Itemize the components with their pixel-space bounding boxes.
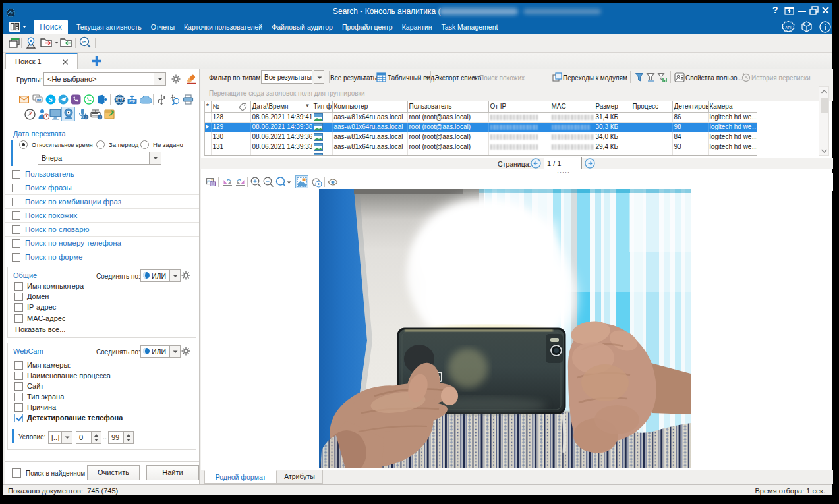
svg-text:IM: IM <box>37 98 42 102</box>
svg-text:HTTP: HTTP <box>116 98 124 101</box>
svg-text:ID: ID <box>82 40 87 44</box>
svg-text:FTP: FTP <box>129 100 135 103</box>
svg-text:S: S <box>49 96 53 103</box>
svg-text:API: API <box>786 26 792 30</box>
